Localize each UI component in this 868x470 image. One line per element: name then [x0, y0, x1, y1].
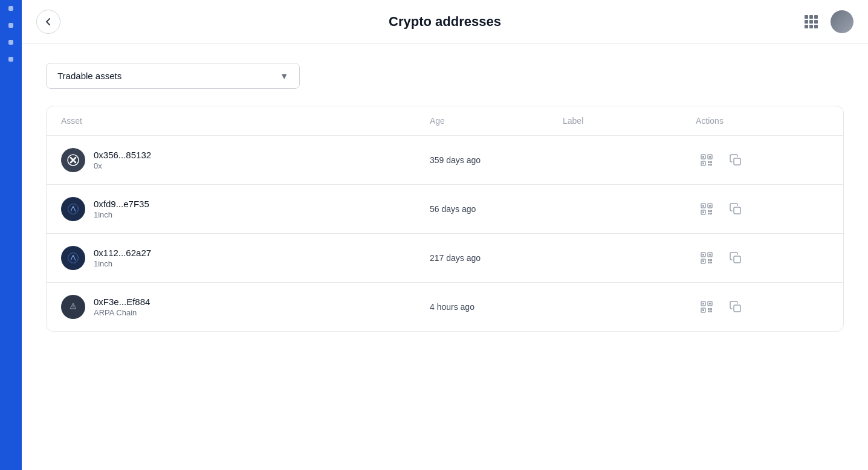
sidebar: [0, 0, 22, 470]
svg-rect-19: [709, 205, 711, 207]
asset-icon-arpa: [61, 295, 85, 319]
svg-rect-35: [702, 260, 704, 262]
svg-rect-25: [710, 213, 712, 214]
grid-icon: [805, 15, 818, 28]
qr-code-button[interactable]: [696, 149, 717, 171]
main-content: Crypto addresses Tradable assets ▼: [22, 0, 868, 470]
svg-rect-31: [702, 254, 704, 256]
table-row: 0x356...85132 0x 359 days ago: [47, 136, 843, 185]
svg-rect-40: [734, 256, 740, 263]
addresses-table: Asset Age Label Actions 0x356: [46, 106, 844, 332]
svg-rect-8: [708, 161, 710, 163]
table-header: Asset Age Label Actions: [47, 106, 843, 136]
svg-rect-17: [702, 205, 704, 207]
copy-address-button[interactable]: [725, 198, 747, 220]
column-asset: Asset: [61, 116, 430, 126]
column-label: Label: [563, 116, 696, 126]
chevron-down-icon: ▼: [280, 71, 288, 81]
svg-rect-5: [709, 156, 711, 158]
age-cell: 359 days ago: [430, 155, 563, 165]
svg-rect-54: [734, 305, 740, 312]
qr-code-button[interactable]: [696, 296, 717, 318]
address-text: 0xF3e...Ef884: [94, 297, 150, 307]
address-text: 0xfd9...e7F35: [94, 199, 149, 209]
svg-rect-36: [708, 259, 710, 261]
apps-button[interactable]: [799, 10, 823, 34]
asset-info: 0xF3e...Ef884 ARPA Chain: [94, 297, 150, 317]
actions-cell: [696, 296, 829, 318]
svg-rect-12: [734, 158, 740, 165]
column-age: Age: [430, 116, 563, 126]
header-left: [36, 10, 60, 34]
svg-rect-11: [710, 164, 712, 166]
svg-rect-47: [709, 303, 711, 304]
asset-info: 0x112...62a27 1inch: [94, 248, 151, 268]
svg-point-29: [73, 255, 74, 256]
svg-rect-3: [702, 156, 704, 158]
table-row: 0xfd9...e7F35 1inch 56 days ago: [47, 185, 843, 234]
sidebar-item-4: [8, 57, 13, 62]
sidebar-item-2: [8, 23, 13, 28]
asset-icon-1inch-2: [61, 246, 85, 270]
svg-rect-24: [708, 213, 710, 214]
avatar[interactable]: [831, 10, 853, 33]
asset-cell: 0x356...85132 0x: [61, 148, 430, 172]
asset-info: 0xfd9...e7F35 1inch: [94, 199, 149, 219]
svg-rect-38: [708, 262, 710, 263]
svg-rect-9: [710, 161, 712, 163]
svg-rect-53: [710, 311, 712, 312]
age-cell: 4 hours ago: [430, 302, 563, 312]
svg-rect-51: [710, 308, 712, 310]
age-cell: 217 days ago: [430, 253, 563, 263]
sidebar-item-3: [8, 40, 13, 45]
svg-rect-21: [702, 211, 704, 213]
asset-name-text: ARPA Chain: [94, 308, 150, 317]
content-area: Tradable assets ▼ Asset Age Label Action…: [22, 43, 868, 470]
age-cell: 56 days ago: [430, 204, 563, 214]
svg-rect-7: [702, 163, 704, 164]
dropdown-container: Tradable assets ▼: [46, 63, 844, 89]
header-right: [799, 10, 853, 34]
asset-icon-0x: [61, 148, 85, 172]
asset-cell: 0xF3e...Ef884 ARPA Chain: [61, 295, 430, 319]
svg-point-14: [68, 204, 79, 214]
qr-code-button[interactable]: [696, 247, 717, 269]
asset-info: 0x356...85132 0x: [94, 150, 151, 170]
actions-cell: [696, 198, 829, 220]
svg-rect-37: [710, 259, 712, 261]
address-text: 0x112...62a27: [94, 248, 151, 258]
copy-address-button[interactable]: [725, 296, 747, 318]
qr-code-button[interactable]: [696, 198, 717, 220]
address-text: 0x356...85132: [94, 150, 151, 160]
header: Crypto addresses: [22, 0, 868, 43]
svg-rect-10: [708, 164, 710, 166]
table-row: 0xF3e...Ef884 ARPA Chain 4 hours ago: [47, 283, 843, 331]
asset-icon-1inch: [61, 197, 85, 221]
svg-rect-26: [734, 207, 740, 214]
svg-rect-49: [702, 309, 704, 311]
copy-address-button[interactable]: [725, 149, 747, 171]
table-row: 0x112...62a27 1inch 217 days ago: [47, 234, 843, 283]
actions-cell: [696, 247, 829, 269]
actions-cell: [696, 149, 829, 171]
svg-rect-45: [702, 303, 704, 304]
svg-rect-50: [708, 308, 710, 310]
svg-rect-22: [708, 210, 710, 212]
asset-name-text: 1inch: [94, 259, 151, 268]
asset-name-text: 1inch: [94, 210, 149, 219]
dropdown-label: Tradable assets: [57, 71, 121, 81]
page-title: Crypto addresses: [389, 14, 501, 30]
column-actions: Actions: [696, 116, 829, 126]
svg-point-28: [68, 253, 79, 263]
svg-point-15: [73, 206, 74, 207]
svg-rect-33: [709, 254, 711, 256]
svg-rect-23: [710, 210, 712, 212]
asset-filter-dropdown[interactable]: Tradable assets ▼: [46, 63, 300, 89]
svg-rect-52: [708, 311, 710, 312]
back-button[interactable]: [36, 10, 60, 34]
asset-cell: 0x112...62a27 1inch: [61, 246, 430, 270]
sidebar-item-1: [8, 6, 13, 11]
copy-address-button[interactable]: [725, 247, 747, 269]
asset-cell: 0xfd9...e7F35 1inch: [61, 197, 430, 221]
asset-name-text: 0x: [94, 161, 151, 170]
